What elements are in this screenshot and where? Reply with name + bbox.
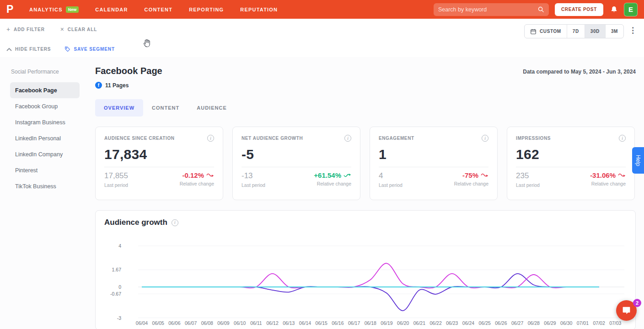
y-axis-label: -0.67 bbox=[102, 291, 121, 297]
relative-change-value: -75% bbox=[462, 171, 478, 179]
sidebar-item-tiktok-business[interactable]: TikTok Business bbox=[10, 178, 80, 194]
last-period-value: 4 bbox=[379, 171, 402, 180]
sidebar-item-label: Pinterest bbox=[15, 167, 38, 174]
filter-bar: + ADD FILTER × CLEAR ALL HIDE FILTERS SA… bbox=[0, 19, 644, 57]
nav-item-reporting[interactable]: REPORTING bbox=[189, 7, 224, 12]
tab-content[interactable]: CONTENT bbox=[143, 99, 188, 117]
nav-item-content[interactable]: CONTENT bbox=[145, 7, 173, 12]
chat-bubble-icon bbox=[622, 306, 631, 315]
trend-squiggle-icon bbox=[343, 173, 351, 178]
relative-change-label: Relative change bbox=[590, 181, 626, 186]
date-range-custom[interactable]: CUSTOM bbox=[525, 25, 567, 38]
date-range-7d[interactable]: 7D bbox=[567, 25, 585, 38]
trend-squiggle-icon bbox=[481, 173, 488, 178]
stat-value: -5 bbox=[242, 147, 351, 162]
comparison-period-note: Data compared to May 5, 2024 - Jun 3, 20… bbox=[523, 69, 636, 75]
last-period-label: Last period bbox=[516, 182, 540, 188]
facebook-icon: f bbox=[95, 82, 102, 89]
info-icon[interactable] bbox=[482, 135, 488, 142]
sidebar-item-pinterest[interactable]: Pinterest bbox=[10, 162, 80, 178]
audience-growth-chart bbox=[128, 238, 627, 324]
custom-range-label: CUSTOM bbox=[540, 29, 561, 34]
planable-logo[interactable]: P bbox=[6, 3, 20, 16]
date-range-3m[interactable]: 3M bbox=[605, 25, 623, 38]
y-axis-label: 4 bbox=[102, 243, 121, 249]
trend-squiggle-icon bbox=[206, 173, 214, 178]
last-period-value: 235 bbox=[516, 171, 540, 180]
nav-item-label: REPUTATION bbox=[240, 7, 278, 12]
user-avatar[interactable]: E bbox=[624, 3, 638, 16]
relative-change-value: +61.54% bbox=[314, 171, 341, 179]
stat-card-impressions: IMPRESSIONS 162 235 Last period -31.06% … bbox=[507, 127, 635, 200]
nav-item-label: CONTENT bbox=[145, 7, 173, 12]
sidebar-item-linkedin-personal[interactable]: LinkedIn Personal bbox=[10, 130, 80, 146]
clear-all-button[interactable]: × CLEAR ALL bbox=[60, 26, 97, 32]
nav-item-reputation[interactable]: REPUTATION bbox=[240, 7, 278, 12]
tab-label: CONTENT bbox=[152, 105, 179, 111]
keyword-search bbox=[434, 3, 549, 16]
trend-squiggle-icon bbox=[618, 173, 626, 178]
sidebar: Social Performance Facebook Page Faceboo… bbox=[10, 69, 80, 194]
search-icon[interactable] bbox=[537, 6, 544, 13]
nav-item-label: REPORTING bbox=[189, 7, 224, 12]
hide-filters-button[interactable]: HIDE FILTERS bbox=[6, 47, 51, 52]
sidebar-item-label: Instagram Business bbox=[15, 119, 65, 126]
notifications-bell-icon[interactable] bbox=[610, 5, 618, 14]
add-filter-button[interactable]: + ADD FILTER bbox=[6, 26, 45, 32]
add-filter-label: ADD FILTER bbox=[14, 27, 45, 32]
relative-change-label: Relative change bbox=[314, 181, 351, 186]
calendar-icon bbox=[530, 28, 537, 35]
stat-value: 1 bbox=[379, 147, 488, 162]
stat-card-title: ENGAGEMENT bbox=[379, 136, 414, 141]
range-label: 30D bbox=[590, 29, 600, 34]
y-axis-label: -3 bbox=[102, 315, 121, 321]
date-range-selector: CUSTOM 7D 30D 3M bbox=[524, 24, 624, 38]
range-label: 7D bbox=[573, 29, 579, 34]
tab-audience[interactable]: AUDIENCE bbox=[188, 99, 235, 117]
date-range-30d[interactable]: 30D bbox=[585, 25, 605, 38]
save-segment-button[interactable]: SAVE SEGMENT bbox=[64, 46, 115, 52]
info-icon[interactable] bbox=[344, 135, 351, 142]
last-period-value: 17,855 bbox=[104, 171, 128, 180]
tab-label: OVERVIEW bbox=[104, 105, 134, 111]
search-input[interactable] bbox=[438, 6, 537, 13]
info-icon[interactable] bbox=[207, 135, 214, 142]
create-post-button[interactable]: CREATE POST bbox=[555, 3, 603, 16]
sidebar-header: Social Performance bbox=[11, 69, 80, 75]
hide-filters-label: HIDE FILTERS bbox=[15, 47, 51, 52]
sidebar-item-label: LinkedIn Personal bbox=[15, 135, 61, 142]
plus-icon: + bbox=[6, 26, 11, 32]
stat-value: 17,834 bbox=[104, 147, 214, 162]
sidebar-item-instagram-business[interactable]: Instagram Business bbox=[10, 114, 80, 130]
new-badge: New bbox=[66, 6, 79, 13]
tag-icon bbox=[64, 46, 70, 52]
relative-change-value: -0.12% bbox=[182, 171, 204, 179]
help-tab[interactable]: Help bbox=[632, 147, 644, 174]
sidebar-item-facebook-group[interactable]: Facebook Group bbox=[10, 98, 80, 114]
pages-count-row: f 11 Pages bbox=[95, 82, 129, 89]
nav-item-analytics[interactable]: ANALYTICS New bbox=[29, 6, 79, 13]
more-options-icon[interactable]: ⋮ bbox=[629, 27, 637, 34]
nav-item-calendar[interactable]: CALENDAR bbox=[95, 7, 128, 12]
stat-card-net-audience-growth: NET AUDIENCE GROWTH -5 -13 Last period +… bbox=[232, 127, 360, 200]
nav-item-label: CALENDAR bbox=[95, 7, 128, 12]
sidebar-item-label: Facebook Page bbox=[15, 87, 57, 94]
purple-line bbox=[142, 274, 599, 311]
stat-card-title: NET AUDIENCE GROWTH bbox=[242, 136, 303, 141]
page-title: Facebook Page bbox=[95, 66, 162, 76]
info-icon[interactable] bbox=[172, 219, 178, 226]
y-axis-label: 1.67 bbox=[102, 266, 121, 273]
stat-card-title: IMPRESSIONS bbox=[516, 136, 551, 141]
sidebar-item-linkedin-company[interactable]: LinkedIn Company bbox=[10, 146, 80, 162]
stat-card-title: AUDIENCE SINCE CREATION bbox=[104, 136, 175, 141]
chat-unread-badge: 2 bbox=[633, 299, 641, 307]
last-period-label: Last period bbox=[242, 182, 265, 188]
info-icon[interactable] bbox=[619, 135, 626, 142]
sidebar-item-facebook-page[interactable]: Facebook Page bbox=[10, 82, 80, 98]
stat-card-audience-since-creation: AUDIENCE SINCE CREATION 17,834 17,855 La… bbox=[95, 127, 223, 200]
pages-count: 11 Pages bbox=[105, 82, 129, 89]
close-icon: × bbox=[60, 26, 64, 32]
y-axis-label: 0 bbox=[102, 284, 121, 290]
top-nav: P ANALYTICS New CALENDAR CONTENT REPORTI… bbox=[0, 0, 644, 19]
tab-overview[interactable]: OVERVIEW bbox=[95, 99, 143, 117]
